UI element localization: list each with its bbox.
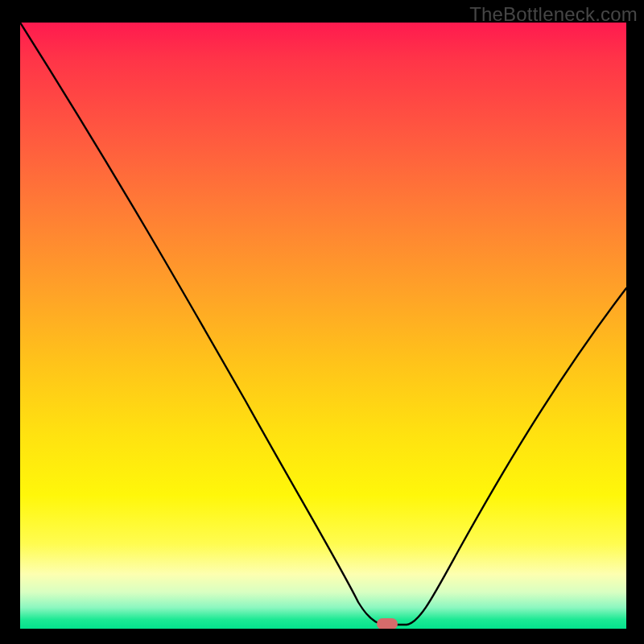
optimal-point-marker [377, 618, 398, 629]
bottleneck-curve [20, 23, 626, 629]
chart-frame: TheBottleneck.com [0, 0, 644, 644]
curve-path [20, 23, 626, 625]
watermark-text: TheBottleneck.com [469, 3, 638, 26]
plot-area [20, 23, 626, 629]
